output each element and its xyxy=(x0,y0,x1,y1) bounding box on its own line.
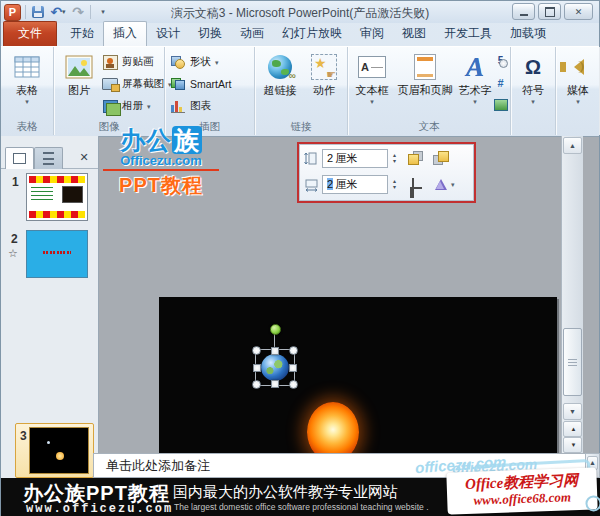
resize-handle-se[interactable] xyxy=(289,380,298,389)
undo-button[interactable]: ↶▾ xyxy=(50,4,66,20)
action-button[interactable]: ★☛ 动作 xyxy=(303,50,345,97)
photo-album-button[interactable]: 相册 ▾ xyxy=(102,96,151,116)
thumb3-earth-dot xyxy=(47,441,50,444)
maximize-button[interactable] xyxy=(538,3,561,20)
rotation-handle[interactable] xyxy=(270,324,281,335)
tab-review[interactable]: 审阅 xyxy=(351,22,393,46)
tab-outline-view[interactable] xyxy=(34,147,63,169)
maximize-icon xyxy=(545,7,555,17)
scroll-up-icon: ▲ xyxy=(569,142,576,149)
earth-image[interactable] xyxy=(261,354,289,381)
wordart-label: 艺术字 xyxy=(459,84,492,97)
tab-slides-view[interactable] xyxy=(5,147,34,169)
tab-file[interactable]: 文件 xyxy=(3,21,57,46)
resize-handle-ne[interactable] xyxy=(289,346,298,355)
chart-button[interactable]: 图表 xyxy=(170,96,211,116)
textbox-button[interactable]: A 文本框 ▾ xyxy=(350,50,394,106)
size-toolbar-annotation: 2 厘米 ▴ ▾ 2 厘米 ▴ ▾ xyxy=(297,142,476,203)
width-spinner[interactable]: ▴ ▾ xyxy=(393,178,396,190)
footer-banner: 办公族PPT教程 www.officezu.com 国内最大的办公软件教学专业网… xyxy=(1,478,600,516)
thumb1-image xyxy=(62,186,83,203)
slide-3-thumbnail[interactable] xyxy=(29,427,89,474)
spin-down-icon[interactable]: ▾ xyxy=(393,158,396,164)
tab-addins[interactable]: 加载项 xyxy=(501,22,555,46)
smartart-button[interactable]: SmartArt xyxy=(170,74,231,94)
wordart-button[interactable]: A 艺术字 ▾ xyxy=(456,50,494,106)
redo-button[interactable]: ↷ xyxy=(70,4,86,20)
vertical-scrollbar[interactable]: ▲ ▼ ▲ ▼ xyxy=(561,136,583,453)
width-value-selected: 2 xyxy=(327,178,333,190)
close-button[interactable]: ✕ xyxy=(564,3,593,20)
header-footer-label: 页眉和页脚 xyxy=(398,84,453,97)
chart-label: 图表 xyxy=(190,99,211,113)
notes-placeholder: 单击此处添加备注 xyxy=(106,458,210,473)
date-time-button[interactable]: 5 xyxy=(491,51,510,70)
slides-tab-icon xyxy=(13,153,26,164)
header-footer-button[interactable]: 页眉和页脚 xyxy=(394,50,456,97)
clipart-button[interactable]: 剪贴画 xyxy=(102,52,154,72)
crop-button[interactable] xyxy=(410,178,423,191)
slide-2-thumbnail[interactable] xyxy=(26,230,88,278)
tab-view[interactable]: 视图 xyxy=(393,22,435,46)
group-label-links: 链接 xyxy=(255,120,347,134)
separator xyxy=(25,5,26,19)
tab-slideshow[interactable]: 幻灯片放映 xyxy=(273,22,351,46)
width-input[interactable]: 2 厘米 xyxy=(322,175,388,194)
thumb2-title-text xyxy=(43,251,71,254)
undo-icon: ↶ xyxy=(50,6,62,18)
hyperlink-button[interactable]: ∞ 超链接 xyxy=(259,50,301,97)
slide-number-button[interactable]: # xyxy=(491,73,510,92)
object-button[interactable] xyxy=(491,95,510,114)
outline-tab-icon xyxy=(43,152,54,165)
shapes-button[interactable]: 形状 ▾ xyxy=(170,52,219,72)
resize-handle-s[interactable] xyxy=(271,380,279,388)
next-slide-button[interactable]: ▼ xyxy=(563,437,582,453)
picture-button[interactable]: 图片 xyxy=(58,50,100,97)
tab-insert[interactable]: 插入 xyxy=(103,21,147,46)
rotate-button[interactable] xyxy=(435,179,447,190)
chevron-down-icon[interactable]: ▾ xyxy=(451,180,455,189)
spin-down-icon[interactable]: ▾ xyxy=(393,184,396,190)
media-button[interactable]: 媒体 ▾ xyxy=(557,50,599,106)
resize-handle-nw[interactable] xyxy=(252,346,261,355)
undo-dropdown-icon[interactable]: ▾ xyxy=(62,8,66,16)
scroll-up-button[interactable]: ▲ xyxy=(563,137,582,154)
panel-close-button[interactable]: ✕ xyxy=(75,149,93,167)
resize-handle-sw[interactable] xyxy=(252,380,261,389)
slide-thumbnail-panel: ✕ 1 2 ☆ 3 xyxy=(1,136,99,478)
action-icon: ★☛ xyxy=(311,52,337,82)
close-icon: ✕ xyxy=(79,151,88,163)
thumb1-top-banner xyxy=(29,176,85,183)
scroll-down-button[interactable]: ▼ xyxy=(563,403,582,420)
slide-3-selection-highlight: 3 xyxy=(15,423,94,478)
selected-picture-earth[interactable] xyxy=(255,349,295,386)
minimize-button[interactable] xyxy=(512,3,535,20)
tab-home[interactable]: 开始 xyxy=(61,22,103,46)
bring-forward-button[interactable] xyxy=(408,151,423,165)
textbox-label: 文本框 xyxy=(356,84,389,97)
smartart-label: SmartArt xyxy=(190,78,231,90)
thumb3-sun-dot xyxy=(56,452,64,460)
height-spinner[interactable]: ▴ ▾ xyxy=(393,152,396,164)
table-icon xyxy=(14,52,40,82)
previous-slide-button[interactable]: ▲ xyxy=(563,421,582,437)
tab-animations[interactable]: 动画 xyxy=(231,22,273,46)
save-button[interactable] xyxy=(30,4,46,20)
tab-design[interactable]: 设计 xyxy=(147,22,189,46)
scrollbar-thumb[interactable] xyxy=(563,328,582,396)
resize-handle-n[interactable] xyxy=(271,347,279,355)
height-input[interactable]: 2 厘米 xyxy=(322,149,388,168)
footer-brand-url: www.officezu.com xyxy=(26,502,173,516)
send-backward-button[interactable] xyxy=(433,151,448,165)
resize-handle-w[interactable] xyxy=(253,364,261,372)
slide-3-number: 3 xyxy=(20,429,27,443)
customize-qat-button[interactable]: ▾ xyxy=(95,4,111,20)
powerpoint-app-icon[interactable]: P xyxy=(4,4,21,21)
table-button[interactable]: 表格 ▾ xyxy=(5,50,49,106)
tab-transitions[interactable]: 切换 xyxy=(189,22,231,46)
screenshot-button[interactable]: 屏幕截图 ▾ xyxy=(102,74,172,94)
tab-developer[interactable]: 开发工具 xyxy=(435,22,501,46)
resize-handle-e[interactable] xyxy=(289,364,297,372)
symbol-button[interactable]: Ω 符号 ▾ xyxy=(512,50,554,106)
slide-1-thumbnail[interactable] xyxy=(26,173,88,221)
